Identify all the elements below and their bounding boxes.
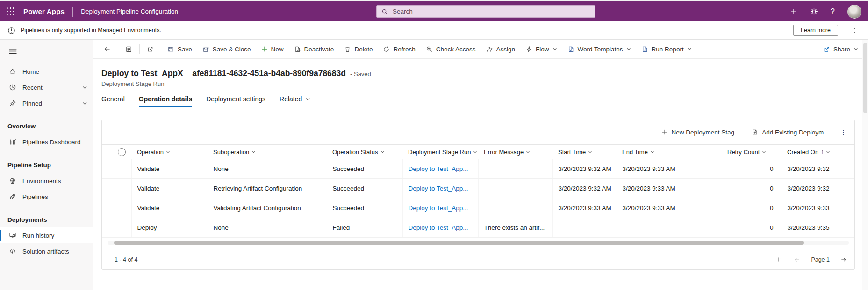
gear-icon[interactable] (810, 7, 818, 15)
form-switcher-icon (125, 46, 132, 53)
add-existing-icon (752, 129, 758, 135)
sidebar-item-home[interactable]: Home (0, 64, 93, 79)
add-icon[interactable] (790, 8, 797, 15)
grid-footer: 1 - 4 of 4 Page 1 (102, 249, 854, 269)
previous-page-icon[interactable] (794, 256, 800, 263)
select-all-circle[interactable] (118, 148, 126, 156)
sidebar-item-pipelines[interactable]: Pipelines (0, 189, 93, 205)
row-select-cell (102, 159, 131, 179)
column-header-end-time[interactable]: End Time (617, 145, 722, 159)
assign-button[interactable]: Assign (481, 40, 521, 59)
page-indicator: Page 1 (811, 256, 830, 263)
chevron-down-icon (305, 97, 310, 102)
check-access-button[interactable]: Check Access (421, 40, 481, 59)
sort-ascending-icon: ↑ (821, 149, 824, 155)
delete-button[interactable]: Delete (339, 40, 378, 59)
notification-bar: Pipelines is only supported in Managed E… (0, 21, 868, 40)
refresh-icon (383, 46, 390, 53)
chevron-down-icon[interactable] (82, 101, 87, 106)
stage-run-link[interactable]: Deploy to Test_App... (409, 205, 468, 212)
horizontal-scrollbar[interactable] (108, 241, 849, 245)
next-page-icon[interactable] (840, 256, 847, 263)
learn-more-button[interactable]: Learn more (793, 25, 838, 36)
column-header-deployment-stage-run[interactable]: Deployment Stage Run (402, 145, 478, 159)
select-all-header[interactable] (102, 145, 131, 159)
sidebar-item-recent[interactable]: Recent (0, 79, 93, 95)
chevron-down-icon (552, 47, 557, 51)
stage-run-link[interactable]: Deploy to Test_App... (409, 224, 468, 231)
vertical-scrollbar[interactable] (862, 40, 868, 290)
sidebar-item-environments[interactable]: Environments (0, 173, 93, 189)
sidebar-item-pinned[interactable]: Pinned (0, 95, 93, 111)
first-page-icon[interactable] (777, 256, 783, 262)
save-and-close-button[interactable]: Save & Close (197, 40, 256, 59)
chevron-down-icon (166, 150, 170, 154)
tab-deployment-settings[interactable]: Deployment settings (206, 95, 265, 107)
new-button[interactable]: New (256, 40, 289, 59)
chevron-down-icon (650, 150, 654, 154)
back-button[interactable] (97, 40, 117, 59)
column-header-created-on[interactable]: Created On↑ (782, 145, 854, 159)
column-header-suboperation[interactable]: Suboperation (208, 145, 327, 159)
waffle-icon[interactable] (7, 7, 14, 15)
save-button[interactable]: Save (162, 40, 197, 59)
hamburger-icon[interactable] (0, 45, 93, 54)
globe-icon (9, 177, 16, 184)
run-report-button[interactable]: Run Report (636, 40, 697, 59)
sidebar-item-solution-artifacts[interactable]: Solution artifacts (0, 243, 93, 259)
sidebar-item-run-history[interactable]: Run history (0, 227, 93, 243)
brand-logo[interactable]: Power Apps (23, 7, 65, 15)
command-bar: Save Save & Close New Deactivate Delete … (93, 40, 868, 59)
code-icon (9, 248, 16, 255)
assign-icon (486, 46, 493, 53)
word-templates-button[interactable]: Word Templates (562, 40, 636, 59)
table-row[interactable]: Validate Validating Artifact Configurati… (102, 198, 854, 218)
stage-run-link[interactable]: Deploy to Test_App... (409, 165, 468, 172)
column-header-start-time[interactable]: Start Time (552, 145, 617, 159)
column-header-retry-count[interactable]: Retry Count (722, 145, 782, 159)
scrollbar-thumb[interactable] (863, 43, 867, 113)
tab-related[interactable]: Related (280, 95, 310, 107)
scrollbar-thumb[interactable] (114, 241, 804, 245)
table-row[interactable]: Validate None Succeeded Deploy to Test_A… (102, 159, 854, 179)
add-existing-deployment-button[interactable]: Add Existing Deploym... (746, 129, 835, 136)
plus-icon (261, 46, 268, 52)
save-status: - Saved (350, 71, 371, 78)
chevron-down-icon (473, 150, 477, 154)
close-icon[interactable] (848, 26, 858, 35)
column-header-operation[interactable]: Operation (131, 145, 208, 159)
subgrid-command-bar: New Deployment Stag... Add Existing Depl… (102, 120, 854, 144)
new-deployment-stage-button[interactable]: New Deployment Stag... (655, 129, 746, 136)
flow-icon (525, 46, 532, 53)
chevron-down-icon[interactable] (82, 85, 87, 90)
chevron-down-icon (588, 150, 592, 154)
more-commands-icon[interactable]: ⋮ (835, 128, 852, 136)
tab-operation-details[interactable]: Operation details (139, 95, 192, 107)
share-button[interactable]: Share (818, 40, 863, 59)
chevron-down-icon (251, 150, 256, 154)
column-header-error-message[interactable]: Error Message (478, 145, 552, 159)
delete-icon (344, 46, 351, 53)
table-row[interactable]: Deploy None Failed Deploy to Test_App...… (102, 218, 854, 238)
chevron-down-icon (526, 150, 530, 154)
refresh-button[interactable]: Refresh (378, 40, 420, 59)
form-switcher-button[interactable] (119, 40, 138, 59)
sidebar-item-pipelines-dashboard[interactable]: Pipelines Dashboard (0, 134, 93, 150)
flow-button[interactable]: Flow (520, 40, 562, 59)
tab-general[interactable]: General (101, 95, 125, 107)
app-page-title: Deployment Pipeline Configuration (81, 8, 178, 15)
help-icon[interactable]: ? (831, 7, 835, 15)
search-input[interactable] (392, 7, 590, 15)
deactivate-button[interactable]: Deactivate (289, 40, 339, 59)
table-row[interactable]: Validate Retrieving Artifact Configurati… (102, 179, 854, 198)
row-select-cell (102, 179, 131, 198)
avatar[interactable] (847, 5, 861, 19)
sidebar-section-overview: Overview (0, 123, 93, 130)
chevron-down-icon (626, 47, 631, 51)
stage-run-link[interactable]: Deploy to Test_App... (409, 185, 468, 192)
record-title: Deploy to Test_AppX__afe81181-4632-451a-… (101, 69, 346, 78)
column-header-operation-status[interactable]: Operation Status (327, 145, 402, 159)
save-icon (167, 46, 174, 53)
search-box[interactable] (376, 5, 595, 18)
popout-button[interactable] (141, 40, 160, 59)
